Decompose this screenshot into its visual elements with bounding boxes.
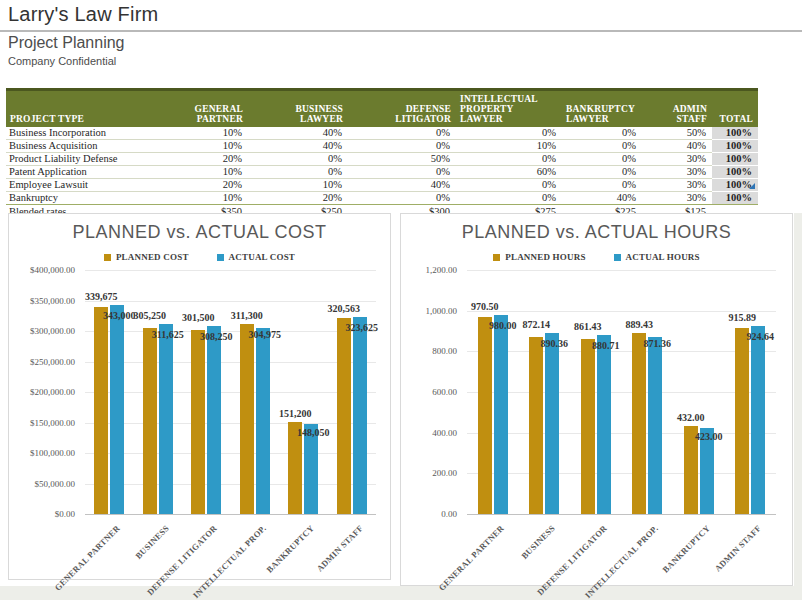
- column-header[interactable]: INTELLECTUAL PROPERTY LAWYER: [456, 90, 562, 128]
- table-cell[interactable]: 50%: [348, 153, 456, 166]
- gridline: [467, 473, 776, 474]
- data-label-actual: 148,050: [281, 427, 345, 438]
- gridline: [85, 423, 376, 424]
- column-header[interactable]: TOTAL: [712, 90, 758, 128]
- plot-area: 0.00200.00400.00600.00800.001,000.001,20…: [401, 214, 792, 585]
- table-cell[interactable]: 50%: [642, 127, 712, 140]
- table-cell[interactable]: 100%: [712, 127, 758, 140]
- table-cell[interactable]: 40%: [642, 140, 712, 153]
- bar-actual: [256, 328, 270, 514]
- column-header[interactable]: BUSINESS LAWYER: [248, 90, 348, 128]
- table-cell[interactable]: 10%: [248, 179, 348, 192]
- table-cell[interactable]: 20%: [152, 153, 248, 166]
- data-label-planned: 320,563: [312, 303, 376, 314]
- table-cell[interactable]: 0%: [348, 166, 456, 179]
- gridline: [85, 514, 376, 515]
- y-axis-tick-label: 400.00: [401, 428, 457, 438]
- worksheet: Larry's Law Firm Project Planning Compan…: [0, 0, 802, 600]
- y-axis-tick-label: 800.00: [401, 346, 457, 356]
- table-cell[interactable]: Business Acquisition: [6, 140, 152, 153]
- table-cell[interactable]: 40%: [248, 140, 348, 153]
- y-axis-tick-label: $200,000.00: [9, 387, 75, 397]
- table-cell[interactable]: 100%: [712, 153, 758, 166]
- table-cell[interactable]: Product Liability Defense: [6, 153, 152, 166]
- table-cell[interactable]: 40%: [248, 127, 348, 140]
- bar-actual: [545, 333, 559, 514]
- y-axis-tick-label: 1,200.00: [401, 265, 457, 275]
- chart-planned-vs-actual-cost[interactable]: PLANNED vs. ACTUAL COST PLANNED COSTACTU…: [8, 213, 391, 580]
- table-cell[interactable]: 0%: [248, 166, 348, 179]
- table-cell[interactable]: 0%: [562, 153, 642, 166]
- column-header[interactable]: GENERAL PARTNER: [152, 90, 248, 128]
- bar-actual: [648, 337, 662, 514]
- table-cell[interactable]: 0%: [348, 192, 456, 205]
- table-cell[interactable]: 10%: [152, 127, 248, 140]
- gridline: [467, 514, 776, 515]
- bar-planned: [529, 337, 543, 514]
- table-cell[interactable]: 0%: [248, 153, 348, 166]
- table-cell[interactable]: 60%: [456, 166, 562, 179]
- table-cell[interactable]: 0%: [348, 127, 456, 140]
- bar-actual: [159, 324, 173, 514]
- data-label-planned: 339,675: [69, 291, 133, 302]
- table-cell[interactable]: 100%: [712, 192, 758, 205]
- bar-actual: [110, 305, 124, 514]
- table-cell[interactable]: 0%: [562, 140, 642, 153]
- column-header[interactable]: DEFENSE LITIGATOR: [348, 90, 456, 128]
- bar-planned: [337, 318, 351, 514]
- title-divider: [0, 30, 802, 32]
- table-cell[interactable]: 0%: [562, 127, 642, 140]
- y-axis-tick-label: $300,000.00: [9, 326, 75, 336]
- table-cell[interactable]: 30%: [642, 192, 712, 205]
- table-cell[interactable]: 40%: [562, 192, 642, 205]
- table-cell[interactable]: 0%: [348, 140, 456, 153]
- table-cell[interactable]: 20%: [248, 192, 348, 205]
- y-axis-tick-label: $0.00: [9, 509, 75, 519]
- y-axis-tick-label: $100,000.00: [9, 448, 75, 458]
- table-cell[interactable]: 0%: [456, 127, 562, 140]
- table-cell[interactable]: 0%: [562, 166, 642, 179]
- table-row: Bankruptcy10%20%0%0%40%30%100%: [6, 192, 758, 205]
- table-cell[interactable]: 20%: [152, 179, 248, 192]
- table-cell[interactable]: 0%: [456, 179, 562, 192]
- bar-planned: [191, 330, 205, 514]
- table-cell[interactable]: 100%: [712, 166, 758, 179]
- column-header[interactable]: BANKRUPTCY LAWYER: [562, 90, 642, 128]
- data-label-planned: 151,200: [263, 408, 327, 419]
- staffing-rates-table: PROJECT TYPEGENERAL PARTNERBUSINESS LAWY…: [6, 88, 758, 219]
- table-cell[interactable]: 10%: [152, 192, 248, 205]
- table-cell[interactable]: Bankruptcy: [6, 192, 152, 205]
- data-label-actual: 924.64: [728, 331, 792, 342]
- table-cell[interactable]: 0%: [456, 153, 562, 166]
- confidential-note: Company Confidential: [8, 55, 116, 67]
- table-cell[interactable]: 30%: [642, 166, 712, 179]
- table-cell[interactable]: 100%: [712, 140, 758, 153]
- chart-planned-vs-actual-hours[interactable]: PLANNED vs. ACTUAL HOURS PLANNED HOURSAC…: [400, 213, 793, 586]
- table-cell[interactable]: 40%: [348, 179, 456, 192]
- table-row: Product Liability Defense20%0%50%0%0%30%…: [6, 153, 758, 166]
- table-cell[interactable]: 10%: [152, 166, 248, 179]
- column-header[interactable]: ADMIN STAFF: [642, 90, 712, 128]
- table-cell[interactable]: Employee Lawsuit: [6, 179, 152, 192]
- company-title: Larry's Law Firm: [8, 3, 158, 26]
- bar-planned: [632, 333, 646, 514]
- plot-area: $0.00$50,000.00$100,000.00$150,000.00$20…: [9, 214, 390, 579]
- y-axis-tick-label: $400,000.00: [9, 265, 75, 275]
- table-cell[interactable]: 30%: [642, 153, 712, 166]
- table-cell[interactable]: 10%: [456, 140, 562, 153]
- y-axis-tick-label: $150,000.00: [9, 418, 75, 428]
- column-header[interactable]: PROJECT TYPE: [6, 90, 152, 128]
- bar-planned: [581, 339, 595, 514]
- bar-planned: [478, 317, 492, 514]
- y-axis-tick-label: $250,000.00: [9, 357, 75, 367]
- table-cell[interactable]: 30%: [642, 179, 712, 192]
- table-cell[interactable]: 10%: [152, 140, 248, 153]
- table-cell[interactable]: Business Incorporation: [6, 127, 152, 140]
- table-cell[interactable]: 0%: [456, 192, 562, 205]
- data-label-actual: 323,625: [330, 322, 394, 333]
- y-axis-tick-label: 1,000.00: [401, 306, 457, 316]
- table-cell[interactable]: Patent Application: [6, 166, 152, 179]
- gridline: [85, 484, 376, 485]
- table-cell[interactable]: 0%: [562, 179, 642, 192]
- window-edge-right: [794, 213, 802, 600]
